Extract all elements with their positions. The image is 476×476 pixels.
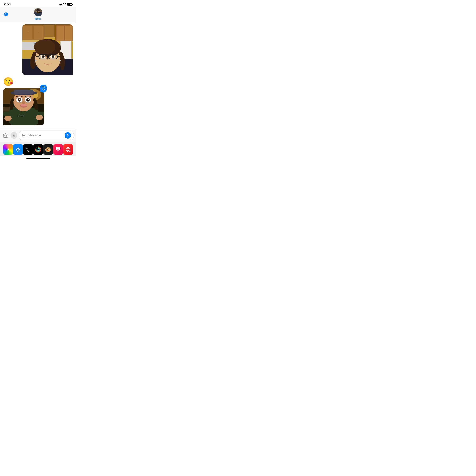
heart-app-icon[interactable] <box>53 144 63 155</box>
appstore-small-button[interactable]: ✦ <box>11 132 17 139</box>
wifi-icon <box>63 3 66 6</box>
avatar <box>34 8 42 17</box>
svg-point-67 <box>21 104 27 106</box>
svg-text:✦: ✦ <box>13 134 15 137</box>
contact-header[interactable]: Rob › <box>34 8 42 20</box>
sent-photo <box>22 24 73 75</box>
svg-point-72 <box>36 115 43 120</box>
applepay-app-icon[interactable]: Pay Pay <box>23 144 33 155</box>
svg-point-74 <box>5 135 7 137</box>
send-button[interactable] <box>65 132 71 138</box>
svg-rect-15 <box>44 24 54 37</box>
monkey-app-icon[interactable]: 🐵 <box>43 144 53 155</box>
svg-point-75 <box>7 135 8 136</box>
svg-rect-18 <box>65 25 72 40</box>
received-photo-bubble[interactable]: VITALIS <box>3 88 44 125</box>
svg-rect-14 <box>37 32 39 33</box>
app-dock: Pay Pay 🐵 <box>0 142 76 156</box>
svg-point-64 <box>28 99 29 100</box>
status-time: 2:56 <box>4 2 11 6</box>
svg-point-65 <box>22 101 25 104</box>
appstore-icon <box>15 147 21 153</box>
signal-bar-1 <box>58 5 59 5</box>
svg-point-63 <box>19 99 20 100</box>
svg-point-43 <box>59 60 61 61</box>
svg-point-30 <box>34 39 55 54</box>
camera-icon <box>3 133 8 137</box>
appstore-app-icon[interactable] <box>13 144 23 155</box>
svg-point-42 <box>34 60 36 61</box>
svg-point-82 <box>37 148 39 151</box>
home-indicator <box>0 156 76 160</box>
signal-bar-2 <box>59 4 60 5</box>
haha-reaction-bubble: HAHA <box>40 85 47 92</box>
contact-chevron-icon: › <box>40 17 41 20</box>
text-input-placeholder: Text Message <box>22 134 41 137</box>
back-button[interactable]: ‹ 1 <box>2 12 8 17</box>
svg-line-88 <box>70 152 70 152</box>
signal-bars-icon <box>58 3 62 5</box>
svg-point-71 <box>4 116 12 121</box>
status-icons <box>58 3 72 6</box>
signal-bar-4 <box>61 4 62 5</box>
svg-rect-69 <box>3 112 11 117</box>
back-chevron-icon: ‹ <box>2 12 4 17</box>
battery-icon <box>67 3 72 6</box>
svg-rect-17 <box>56 25 64 40</box>
avatar-image <box>34 8 42 17</box>
messages-area: 😘 HAHA <box>0 22 76 127</box>
nav-bar: ‹ 1 Rob › <box>0 7 76 22</box>
svg-point-35 <box>42 56 44 57</box>
send-icon <box>66 134 69 137</box>
kiss-emoji: 😘 <box>3 78 13 86</box>
message-row-sent-photo[interactable] <box>3 24 73 75</box>
camera-button[interactable] <box>2 132 9 139</box>
message-row-received-photo[interactable]: HAHA <box>3 88 73 125</box>
input-bar: ✦ Text Message <box>0 129 76 142</box>
sent-photo-bubble[interactable] <box>22 24 73 75</box>
reaction-row: 😘 <box>3 77 73 86</box>
photos-icon <box>5 147 11 152</box>
svg-text:VITALIS: VITALIS <box>18 115 24 117</box>
heart-icon <box>55 147 61 152</box>
received-photo-container[interactable]: HAHA <box>3 88 44 125</box>
activity-app-icon[interactable] <box>33 144 43 155</box>
svg-point-36 <box>52 56 54 57</box>
signal-bar-3 <box>60 4 61 5</box>
svg-rect-13 <box>27 32 29 33</box>
haha-tail <box>42 92 44 93</box>
status-bar: 2:56 <box>0 0 76 7</box>
appstore-small-icon: ✦ <box>12 134 16 137</box>
battery-fill <box>68 4 70 5</box>
home-bar <box>26 158 50 159</box>
svg-point-3 <box>36 9 40 11</box>
back-badge: 1 <box>4 12 8 16</box>
activity-icon <box>34 146 42 153</box>
photos-app-icon[interactable] <box>3 144 13 155</box>
svg-rect-56 <box>14 90 34 94</box>
search-globe-icon <box>65 147 71 153</box>
contact-name[interactable]: Rob › <box>35 17 41 20</box>
text-message-input[interactable]: Text Message <box>19 131 74 140</box>
received-photo: VITALIS <box>3 88 44 125</box>
search-app-icon[interactable] <box>63 144 73 155</box>
